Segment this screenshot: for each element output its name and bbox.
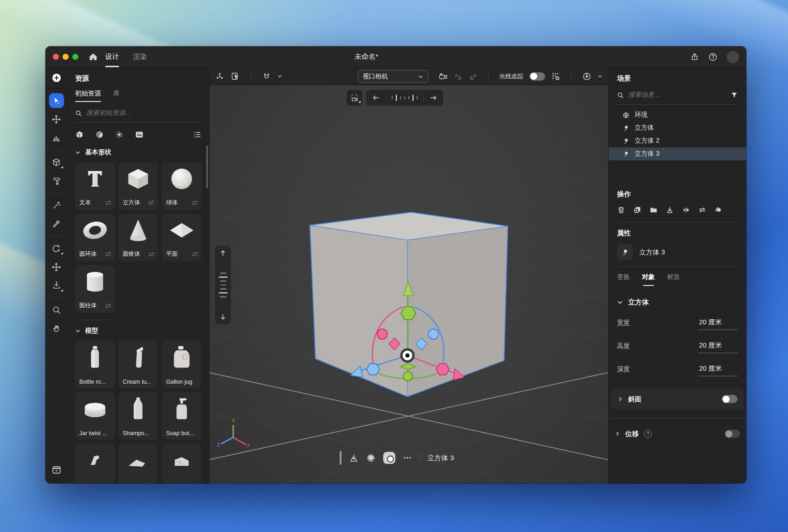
- delete-icon[interactable]: [617, 206, 625, 214]
- depth-input[interactable]: 20 厘米: [698, 364, 738, 376]
- model-card-partial[interactable]: [162, 443, 202, 483]
- minimize-button[interactable]: [63, 54, 69, 60]
- drag-handle[interactable]: [340, 451, 342, 465]
- magic-wand-tool[interactable]: [48, 196, 65, 214]
- export-icon[interactable]: [666, 206, 674, 214]
- select-tool[interactable]: [49, 93, 64, 108]
- sliders-icon[interactable]: [191, 251, 198, 258]
- scene-item-cube[interactable]: 立方体: [609, 121, 746, 134]
- model-card-partial[interactable]: [119, 443, 159, 483]
- arrow-up-icon[interactable]: [219, 249, 227, 257]
- model-card-soap[interactable]: Soap bot...: [162, 392, 202, 440]
- models-section-header[interactable]: 模型: [75, 327, 202, 335]
- orbit-states-tool[interactable]: [48, 240, 65, 257]
- material-preview-chip[interactable]: [383, 452, 395, 464]
- camera-dropdown[interactable]: 视口相机: [358, 70, 428, 83]
- add-camera-icon[interactable]: [438, 72, 448, 81]
- maximize-button[interactable]: [72, 54, 78, 60]
- model-card-gallon-jug[interactable]: Gallon jug: [162, 341, 202, 388]
- tab-material[interactable]: 材质: [667, 273, 680, 286]
- mirror-icon[interactable]: [682, 206, 690, 214]
- close-button[interactable]: [53, 54, 59, 60]
- shape-card-text[interactable]: 文本: [75, 162, 115, 210]
- text-3d-tool[interactable]: [48, 172, 65, 190]
- sliders-icon[interactable]: [148, 199, 155, 206]
- help-icon[interactable]: [708, 52, 718, 62]
- home-icon[interactable]: [89, 52, 98, 62]
- sliders-icon[interactable]: [105, 302, 112, 309]
- tab-transform[interactable]: 变换: [617, 273, 630, 286]
- tab-design[interactable]: 设计: [105, 46, 119, 67]
- frame-ruler[interactable]: [392, 95, 418, 101]
- tab-render[interactable]: 渲染: [133, 46, 147, 67]
- sliders-icon[interactable]: [105, 199, 112, 206]
- lights-category-icon[interactable]: [115, 130, 124, 139]
- normal-move-icon[interactable]: [215, 72, 224, 81]
- view-options-icon[interactable]: [582, 72, 591, 81]
- model-card-shampoo[interactable]: Shampo...: [119, 392, 159, 440]
- bevel-toggle[interactable]: [722, 395, 737, 403]
- add-object-button[interactable]: [48, 69, 65, 87]
- eyedropper-tool[interactable]: [48, 215, 65, 233]
- arrow-down-icon[interactable]: [219, 313, 227, 321]
- shape-card-plane[interactable]: 平面: [162, 214, 202, 261]
- assets-search-input[interactable]: 搜索初始资源...: [75, 109, 202, 123]
- share-icon[interactable]: [690, 52, 699, 61]
- zoom-strip[interactable]: [215, 246, 231, 324]
- images-category-icon[interactable]: [135, 130, 144, 139]
- model-card-cream-tube[interactable]: Cream tu...: [119, 341, 159, 388]
- render-settings-icon[interactable]: [551, 72, 560, 81]
- filter-icon[interactable]: [731, 91, 738, 99]
- convert-3d-icon[interactable]: [714, 206, 723, 214]
- chevron-down-icon[interactable]: [597, 74, 603, 79]
- snap-magnet-icon[interactable]: [262, 72, 271, 81]
- avatar[interactable]: [727, 51, 739, 63]
- displacement-toggle[interactable]: [724, 430, 740, 438]
- scene-stats-tool[interactable]: [48, 129, 65, 146]
- model-card-partial[interactable]: [75, 443, 115, 483]
- scene-search-input[interactable]: 搜索场景...: [617, 91, 738, 105]
- frame-camera-button[interactable]: [347, 90, 362, 106]
- more-options-icon[interactable]: [403, 453, 412, 462]
- shape-card-cone[interactable]: 圆锥体: [119, 214, 159, 261]
- shape-card-torus[interactable]: 圆环体: [75, 214, 115, 261]
- shape-card-sphere[interactable]: 球体: [162, 162, 202, 210]
- shape-card-cube[interactable]: 立方体: [119, 162, 159, 210]
- pan-tool[interactable]: [48, 258, 65, 276]
- rotate-object-icon[interactable]: [366, 453, 376, 463]
- shape-card-cylinder[interactable]: 圆柱体: [75, 265, 115, 313]
- height-input[interactable]: 20 厘米: [698, 341, 738, 353]
- viewport-3d[interactable]: 视口相机 光线追踪: [210, 68, 608, 483]
- select-mode-icon[interactable]: [231, 72, 240, 81]
- hand-tool[interactable]: [48, 320, 65, 337]
- duplicate-icon[interactable]: [633, 206, 642, 214]
- chevron-down-icon[interactable]: [277, 74, 282, 79]
- scene-item-cube-2[interactable]: 立方体 2: [609, 134, 746, 147]
- width-input[interactable]: 20 厘米: [698, 318, 738, 330]
- move-tool[interactable]: [48, 110, 65, 128]
- bevel-section-row[interactable]: 斜面: [611, 388, 744, 410]
- displacement-section-row[interactable]: 位移 ?: [609, 425, 746, 442]
- camera-redo-icon[interactable]: [469, 72, 477, 81]
- sliders-icon[interactable]: [105, 251, 112, 258]
- model-card-bottle[interactable]: Bottle ro...: [75, 341, 115, 388]
- raytracing-toggle[interactable]: [529, 72, 545, 81]
- library-panel-toggle[interactable]: [48, 461, 65, 479]
- prev-frame-button[interactable]: [366, 90, 386, 106]
- scene-item-environment[interactable]: 环境: [609, 108, 746, 121]
- assets-scrollbar[interactable]: [206, 146, 208, 188]
- import-tool[interactable]: [48, 277, 65, 294]
- cube-section-header[interactable]: 立方体: [617, 298, 738, 307]
- next-frame-button[interactable]: [424, 90, 443, 106]
- help-circle-icon[interactable]: ?: [644, 430, 652, 438]
- search-tool[interactable]: [48, 301, 65, 319]
- camera-undo-icon[interactable]: [454, 72, 463, 81]
- swap-icon[interactable]: [698, 206, 706, 214]
- sliders-icon[interactable]: [148, 251, 155, 258]
- export-object-icon[interactable]: [349, 453, 359, 463]
- primitive-shapes-tool[interactable]: [48, 153, 65, 171]
- sliders-icon[interactable]: [191, 199, 198, 206]
- materials-category-icon[interactable]: [95, 130, 104, 139]
- model-card-jar[interactable]: Jar twist ...: [75, 392, 115, 440]
- folder-icon[interactable]: [649, 206, 658, 214]
